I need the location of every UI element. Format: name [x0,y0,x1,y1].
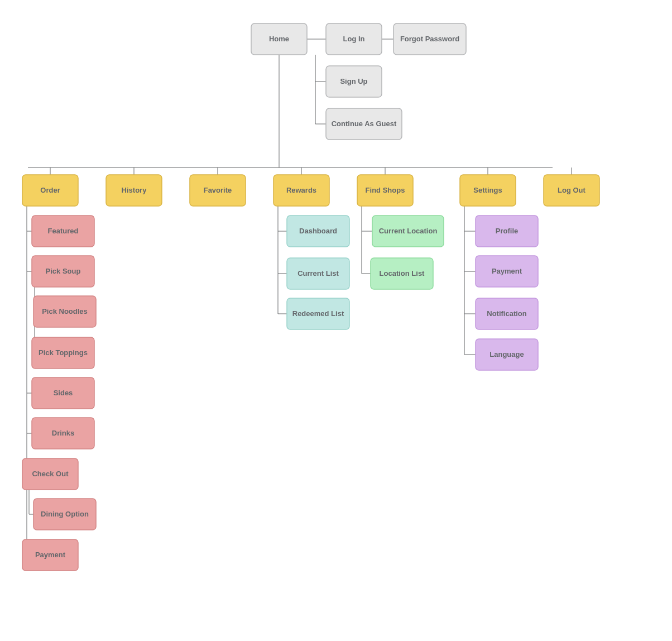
node-signup: Sign Up [326,66,382,97]
node-currentlist: Current List [287,258,349,289]
node-label: Favorite [204,186,232,194]
node-guest: Continue As Guest [326,108,402,140]
node-label: Pick Toppings [39,348,88,357]
node-label: Order [40,186,60,194]
node-logout: Log Out [544,175,599,206]
node-label: Featured [48,227,79,235]
node-label: Payment [492,267,522,275]
node-label: Pick Noodles [42,307,88,315]
node-picknoodles: Pick Noodles [33,296,96,327]
node-label: Drinks [52,429,74,437]
node-checkout: Check Out [22,458,78,490]
node-label: Rewards [286,186,316,194]
node-loclist: Location List [371,258,433,289]
node-label: Current List [297,269,339,278]
node-forgot: Forgot Password [393,23,466,55]
node-label: Redeemed List [292,309,344,318]
node-label: Dining Option [41,510,89,518]
node-label: Log Out [558,186,585,194]
node-label: Current Location [379,227,438,235]
node-label: Continue As Guest [332,119,397,128]
node-rewards: Rewards [273,175,329,206]
node-label: Language [489,350,524,358]
node-label: Pick Soup [46,267,81,275]
node-dining: Dining Option [33,499,96,530]
node-dashboard: Dashboard [287,216,349,247]
node-redeemed: Redeemed List [287,298,349,329]
node-login: Log In [326,23,382,55]
node-label: Notification [487,309,527,318]
node-label: Find Shops [366,186,405,194]
node-featured: Featured [32,216,94,247]
node-label: Profile [496,227,518,235]
node-favorite: Favorite [190,175,246,206]
node-history: History [106,175,162,206]
node-label: Dashboard [299,227,337,235]
node-payment-order: Payment [22,539,78,571]
node-home: Home [251,23,307,55]
node-order: Order [22,175,78,206]
node-language: Language [476,339,538,370]
node-label: Sides [54,389,73,397]
node-drinks: Drinks [32,418,94,449]
node-label: Forgot Password [400,35,459,43]
node-curloc: Current Location [372,216,444,247]
node-findshops: Find Shops [357,175,413,206]
node-label: Payment [35,551,66,559]
node-payment-set: Payment [476,256,538,287]
node-notification: Notification [476,298,538,329]
node-label: Location List [380,269,425,278]
node-profile: Profile [476,216,538,247]
node-picktoppings: Pick Toppings [32,337,94,369]
sitemap-diagram: HomeLog InForgot PasswordSign UpContinue… [0,0,672,641]
node-label: Sign Up [340,77,367,85]
node-label: Check Out [32,470,69,478]
node-label: Log In [343,35,365,43]
node-label: Home [269,35,289,43]
node-picksoup: Pick Soup [32,256,94,287]
node-sides: Sides [32,377,94,409]
node-label: History [122,186,147,194]
node-label: Settings [473,186,502,194]
node-settings: Settings [460,175,516,206]
